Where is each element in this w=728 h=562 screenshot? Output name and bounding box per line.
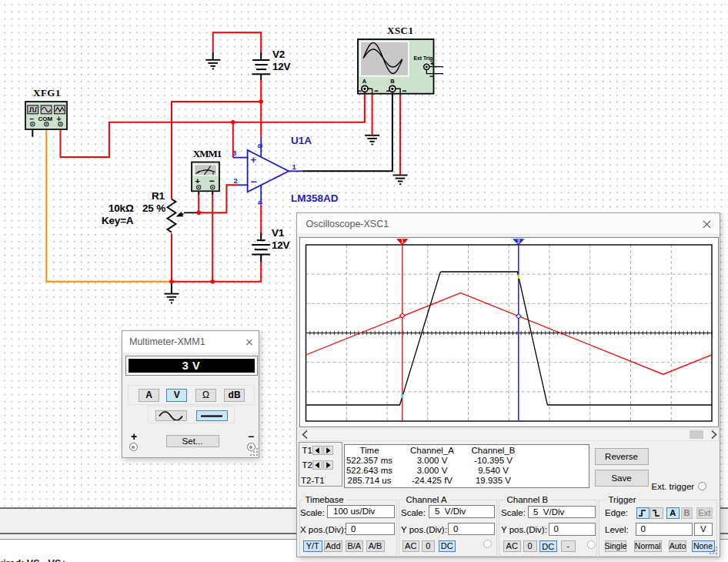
svg-text:+: +	[251, 154, 257, 166]
svg-text:+: +	[195, 176, 200, 186]
svg-text:−: −	[251, 176, 257, 188]
svg-text:2: 2	[516, 239, 519, 244]
svg-text:A: A	[362, 78, 367, 85]
svg-text:−: −	[30, 115, 35, 123]
svg-text:8: 8	[256, 144, 265, 148]
svg-text:Ext Trig: Ext Trig	[414, 55, 433, 62]
svg-text:1: 1	[400, 239, 403, 244]
svg-text:B: B	[390, 78, 395, 85]
svg-text:3: 3	[232, 149, 236, 157]
svg-text:2: 2	[234, 176, 238, 185]
svg-text:1: 1	[292, 162, 297, 171]
svg-text:−: −	[209, 176, 215, 186]
svg-text:COM: COM	[38, 115, 53, 122]
svg-text:4: 4	[256, 201, 265, 206]
